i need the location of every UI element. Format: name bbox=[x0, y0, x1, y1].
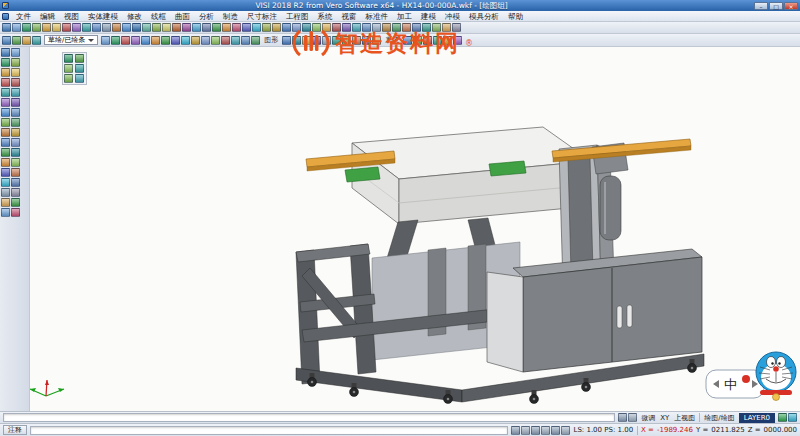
toolbar-icon[interactable] bbox=[192, 23, 201, 32]
toolbar-icon[interactable] bbox=[362, 36, 371, 45]
toolbar-icon[interactable] bbox=[282, 23, 291, 32]
draw-mode-label[interactable]: 绘图/绘图 bbox=[703, 413, 735, 423]
toolbar-icon[interactable] bbox=[241, 36, 250, 45]
toolbar-icon[interactable] bbox=[423, 36, 432, 45]
toolbar-icon[interactable] bbox=[62, 23, 71, 32]
toolbar-icon[interactable] bbox=[332, 36, 341, 45]
toolbar-icon[interactable] bbox=[352, 23, 361, 32]
toolbar-icon[interactable] bbox=[161, 36, 170, 45]
view-name-label[interactable]: 上视图 bbox=[673, 413, 696, 423]
toolbar-icon[interactable] bbox=[1, 198, 10, 207]
menu-item[interactable]: 编辑 bbox=[36, 11, 59, 22]
menu-item[interactable]: 视图 bbox=[60, 11, 83, 22]
toolbar-icon[interactable] bbox=[11, 98, 20, 107]
toolbar-icon[interactable] bbox=[231, 36, 240, 45]
close-button[interactable]: × bbox=[784, 2, 798, 10]
toolbar-icon[interactable] bbox=[453, 36, 462, 45]
toolbar-icon[interactable] bbox=[32, 23, 41, 32]
toolbar-icon[interactable] bbox=[382, 23, 391, 32]
toolbar-icon[interactable] bbox=[521, 426, 530, 435]
toolbar-icon[interactable] bbox=[262, 23, 271, 32]
toolbar-icon[interactable] bbox=[312, 23, 321, 32]
toolbar-icon[interactable] bbox=[11, 48, 20, 57]
menu-item[interactable]: 系统 bbox=[314, 11, 337, 22]
toolbar-icon[interactable] bbox=[11, 148, 20, 157]
toolbar-icon[interactable] bbox=[11, 168, 20, 177]
toolbar-icon[interactable] bbox=[1, 128, 10, 137]
toolbar-icon[interactable] bbox=[413, 36, 422, 45]
toolbar-icon[interactable] bbox=[142, 23, 151, 32]
toolbar-icon[interactable] bbox=[11, 178, 20, 187]
toolbar-icon[interactable] bbox=[64, 64, 73, 73]
toolbar-icon[interactable] bbox=[141, 36, 150, 45]
toolbar-icon[interactable] bbox=[1, 68, 10, 77]
toolbar-icon[interactable] bbox=[292, 23, 301, 32]
toolbar-icon[interactable] bbox=[72, 23, 81, 32]
toolbar-icon[interactable] bbox=[452, 23, 461, 32]
toolbar-icon[interactable] bbox=[1, 168, 10, 177]
toolbar-icon[interactable] bbox=[131, 36, 140, 45]
toolbar-icon[interactable] bbox=[222, 23, 231, 32]
toolbar-icon[interactable] bbox=[251, 36, 260, 45]
toolbar-icon[interactable] bbox=[151, 36, 160, 45]
toolbar-icon[interactable] bbox=[11, 108, 20, 117]
menu-item[interactable]: 视窗 bbox=[338, 11, 361, 22]
annotation-button[interactable]: 注释 bbox=[3, 425, 27, 435]
toolbar-icon[interactable] bbox=[42, 23, 51, 32]
toolbar-icon[interactable] bbox=[1, 208, 10, 217]
toolbar-icon[interactable] bbox=[322, 36, 331, 45]
toolbar-icon[interactable] bbox=[132, 23, 141, 32]
menu-item[interactable]: 实体建模 bbox=[84, 11, 122, 22]
toolbar-icon[interactable] bbox=[511, 426, 520, 435]
toolbar-icon[interactable] bbox=[618, 413, 627, 422]
menu-item[interactable]: 加工 bbox=[393, 11, 416, 22]
view-nav-widget[interactable]: 中 bbox=[706, 370, 764, 398]
toolbar-icon[interactable] bbox=[32, 36, 41, 45]
toolbar-icon[interactable] bbox=[1, 138, 10, 147]
toolbar-icon[interactable] bbox=[392, 23, 401, 32]
toolbar-icon[interactable] bbox=[2, 36, 11, 45]
menu-item[interactable]: 尺寸标注 bbox=[243, 11, 281, 22]
toolbar-icon[interactable] bbox=[1, 48, 10, 57]
toolbar-icon[interactable] bbox=[191, 36, 200, 45]
toolbar-icon[interactable] bbox=[342, 23, 351, 32]
toolbar-icon[interactable] bbox=[1, 158, 10, 167]
menu-item[interactable]: 工程图 bbox=[282, 11, 313, 22]
toolbar-icon[interactable] bbox=[75, 74, 84, 83]
toolbar-icon[interactable] bbox=[443, 36, 452, 45]
toolbar-icon[interactable] bbox=[22, 36, 31, 45]
toolbar-icon[interactable] bbox=[1, 178, 10, 187]
toolbar-icon[interactable] bbox=[372, 23, 381, 32]
toolbar-icon[interactable] bbox=[252, 23, 261, 32]
toolbar-icon[interactable] bbox=[561, 426, 570, 435]
toolbar-icon[interactable] bbox=[541, 426, 550, 435]
toolbar-icon[interactable] bbox=[292, 36, 301, 45]
toolbar-icon[interactable] bbox=[432, 23, 441, 32]
toolbar-icon[interactable] bbox=[152, 23, 161, 32]
toolbar-icon[interactable] bbox=[1, 88, 10, 97]
menu-item[interactable]: 文件 bbox=[12, 11, 35, 22]
toolbar-icon[interactable] bbox=[788, 413, 797, 422]
toolbar-icon[interactable] bbox=[403, 36, 412, 45]
toolbar-icon[interactable] bbox=[628, 413, 637, 422]
nudge-label[interactable]: 微调 bbox=[640, 413, 656, 423]
toolbar-icon[interactable] bbox=[412, 23, 421, 32]
viewport-canvas[interactable] bbox=[30, 47, 800, 411]
menu-item[interactable]: 分析 bbox=[195, 11, 218, 22]
toolbar-icon[interactable] bbox=[332, 23, 341, 32]
toolbar-icon[interactable] bbox=[82, 23, 91, 32]
toolbar-icon[interactable] bbox=[22, 23, 31, 32]
command-input[interactable] bbox=[30, 426, 508, 435]
toolbar-icon[interactable] bbox=[112, 23, 121, 32]
toolbar-icon[interactable] bbox=[11, 68, 20, 77]
menu-item[interactable]: 标准件 bbox=[362, 11, 393, 22]
toolbar-icon[interactable] bbox=[64, 54, 73, 63]
toolbar-icon[interactable] bbox=[11, 158, 20, 167]
toolbar-icon[interactable] bbox=[1, 78, 10, 87]
toolbar-icon[interactable] bbox=[11, 78, 20, 87]
toolbar-icon[interactable] bbox=[1, 108, 10, 117]
toolbar-icon[interactable] bbox=[372, 36, 381, 45]
toolbar-icon[interactable] bbox=[162, 23, 171, 32]
toolbar-icon[interactable] bbox=[211, 36, 220, 45]
toolbar-icon[interactable] bbox=[102, 23, 111, 32]
